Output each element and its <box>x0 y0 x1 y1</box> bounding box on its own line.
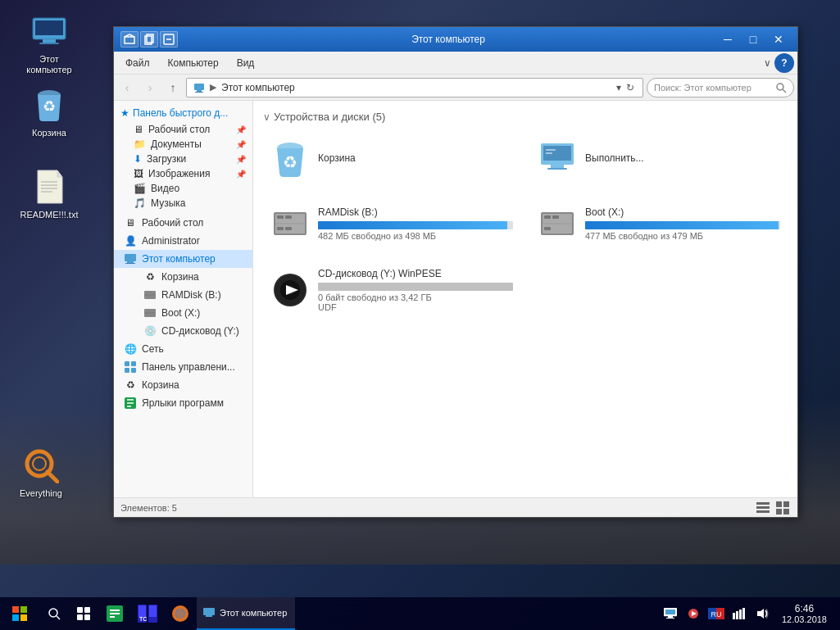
device-card-row-ramdisk: RAMDisk (B:) 482 МБ свободно из 498 МБ <box>270 204 513 243</box>
readme-label: README!!!.txt <box>20 210 79 220</box>
view-tiles-btn[interactable] <box>774 500 791 516</box>
sidebar-recycle2[interactable]: ♻ Корзина <box>114 376 252 394</box>
svg-marker-109 <box>757 609 764 619</box>
tray-flag-icon[interactable]: RU <box>706 597 726 630</box>
device-card-ramdisk[interactable]: RAMDisk (B:) 482 МБ свободно из 498 МБ <box>263 197 520 251</box>
minimize-button[interactable]: ─ <box>715 31 740 48</box>
sidebar-sub-boot[interactable]: Boot (X:) <box>114 304 252 322</box>
taskbar-total-commander-icon[interactable]: TC <box>131 597 164 630</box>
sidebar-tree-thispc[interactable]: Этот компьютер <box>114 250 252 268</box>
back-button[interactable]: ‹ <box>117 78 137 97</box>
sidebar-images-label: Изображения <box>148 168 210 179</box>
cd-device-icon <box>270 270 310 310</box>
sidebar-cp-label: Панель управлени... <box>142 361 235 373</box>
sidebar-item-music[interactable]: 🎵 Музыка <box>114 196 252 211</box>
control-panel-icon <box>124 360 137 374</box>
ramdisk-space: 482 МБ свободно из 498 МБ <box>318 231 513 241</box>
title-bar-left-controls <box>120 31 178 48</box>
taskbar-firefox-icon[interactable] <box>164 597 197 630</box>
device-card-row-recycle: ♻ Корзина <box>270 140 513 179</box>
sidebar-item-images[interactable]: 🖼 Изображения 📌 <box>114 166 252 181</box>
desktop-icon-readme[interactable]: README!!!.txt <box>16 164 82 224</box>
menu-file[interactable]: Файл <box>117 54 158 72</box>
sidebar-sub-recycle[interactable]: ♻ Корзина <box>114 268 252 286</box>
maximize-button[interactable]: □ <box>741 31 765 48</box>
address-bar: ‹ › ↑ ▶ Этот компьютер ▾ ↻ Поиск: Этот к… <box>114 75 797 101</box>
sidebar-sub-ramdisk[interactable]: RAMDisk (B:) <box>114 286 252 304</box>
boot-device-info: Boot (X:) 477 МБ свободно из 479 МБ <box>585 206 780 241</box>
address-pc-icon <box>193 82 205 93</box>
status-bar: Элементов: 5 <box>114 497 797 517</box>
svg-rect-22 <box>195 92 203 93</box>
menu-computer[interactable]: Компьютер <box>160 54 227 72</box>
svg-point-12 <box>33 457 46 470</box>
desktop-icon-my-computer[interactable]: Этот компьютер <box>16 8 82 79</box>
svg-rect-90 <box>149 605 157 617</box>
svg-rect-94 <box>203 608 215 615</box>
sidebar-item-video[interactable]: 🎬 Видео <box>114 181 252 196</box>
readme-icon <box>30 167 69 206</box>
documents-sidebar-icon: 📁 <box>134 138 146 150</box>
recycle-device-name: Корзина <box>318 152 513 164</box>
tray-monitor-icon[interactable] <box>661 597 680 630</box>
tray-network-icon[interactable] <box>729 597 749 630</box>
sidebar-cd-label: CD-дисковод (Y:) <box>161 325 239 337</box>
tb-icon-btn-3[interactable] <box>160 31 178 48</box>
forward-button[interactable]: › <box>140 78 160 97</box>
content-area: ★ Панель быстрого д... 🖥 Рабочий стол 📌 … <box>114 101 797 497</box>
device-card-recycle[interactable]: ♻ Корзина <box>263 133 520 187</box>
svg-rect-76 <box>20 614 27 621</box>
main-panel: ∨ Устройства и диски (5) ♻ <box>253 101 797 497</box>
pin-icon3: 📌 <box>236 155 246 164</box>
start-button[interactable] <box>0 597 39 630</box>
search-placeholder: Поиск: Этот компьютер <box>654 83 772 93</box>
sidebar-item-desktop[interactable]: 🖥 Рабочий стол 📌 <box>114 122 252 137</box>
ramdisk-icon-1 <box>143 288 157 301</box>
address-refresh-btn[interactable]: ↻ <box>624 82 636 93</box>
section-title: Устройства и диски (5) <box>274 111 385 123</box>
device-card-row-boot: Boot (X:) 477 МБ свободно из 479 МБ <box>538 204 780 243</box>
address-dropdown-btn[interactable]: ▾ <box>615 82 623 93</box>
taskbar-explorer-item[interactable]: Этот компьютер <box>197 597 295 630</box>
sidebar-tree-desktop[interactable]: 🖥 Рабочий стол <box>114 214 252 232</box>
view-details-btn[interactable] <box>755 500 771 516</box>
svg-rect-81 <box>77 614 83 620</box>
sidebar-boot-label: Boot (X:) <box>161 307 200 319</box>
sidebar-network[interactable]: 🌐 Сеть <box>114 340 252 358</box>
boot-icon-1 <box>143 306 157 320</box>
tray-volume-icon[interactable] <box>752 597 772 630</box>
tb-icon-btn-1[interactable] <box>120 31 138 48</box>
sidebar-shortcuts[interactable]: Ярлыки программ <box>114 394 252 412</box>
pin-icon4: 📌 <box>236 170 246 179</box>
music-sidebar-icon: 🎵 <box>134 197 146 209</box>
tb-icon-btn-2[interactable] <box>140 31 158 48</box>
video-sidebar-icon: 🎬 <box>134 183 146 194</box>
tray-date: 12.03.2018 <box>782 614 827 624</box>
recycle-bin-desktop-icon: ♻ <box>30 85 69 125</box>
menu-chevron-icon[interactable]: ∨ <box>764 57 771 69</box>
address-input[interactable]: ▶ Этот компьютер ▾ ↻ <box>186 78 643 97</box>
search-box[interactable]: Поиск: Этот компьютер <box>647 78 794 97</box>
device-card-run[interactable]: Выполнить... <box>530 133 788 187</box>
desktop-icon-recycle[interactable]: ♻ Корзина <box>16 82 82 142</box>
sidebar-sub-cd[interactable]: 💿 CD-дисковод (Y:) <box>114 322 252 340</box>
sidebar-item-downloads[interactable]: ⬇ Загрузки 📌 <box>114 152 252 166</box>
recycle-bin-label: Корзина <box>32 128 66 138</box>
taskbar-apps[interactable] <box>69 597 98 630</box>
sidebar-control-panel[interactable]: Панель управлени... <box>114 358 252 376</box>
sidebar-tree-admin[interactable]: 👤 Administrator <box>114 232 252 250</box>
ramdisk-bar-container <box>318 221 513 229</box>
device-card-boot[interactable]: Boot (X:) 477 МБ свободно из 479 МБ <box>530 197 788 251</box>
device-card-cd[interactable]: CD-дисковод (Y:) WinPESE 0 байт свободно… <box>263 261 520 320</box>
desktop-icon-everything[interactable]: Everything <box>8 442 74 502</box>
sidebar-item-documents[interactable]: 📁 Документы 📌 <box>114 137 252 152</box>
sidebar-documents-label: Документы <box>151 138 202 150</box>
tray-clock[interactable]: 6:46 12.03.2018 <box>775 597 833 630</box>
close-button[interactable]: ✕ <box>766 31 791 48</box>
tray-media-icon[interactable] <box>683 597 703 630</box>
up-button[interactable]: ↑ <box>163 78 183 97</box>
help-button[interactable]: ? <box>774 53 794 73</box>
menu-view[interactable]: Вид <box>229 54 263 72</box>
taskbar-shortcuts-icon[interactable] <box>98 597 131 630</box>
taskbar-search[interactable] <box>39 597 69 630</box>
